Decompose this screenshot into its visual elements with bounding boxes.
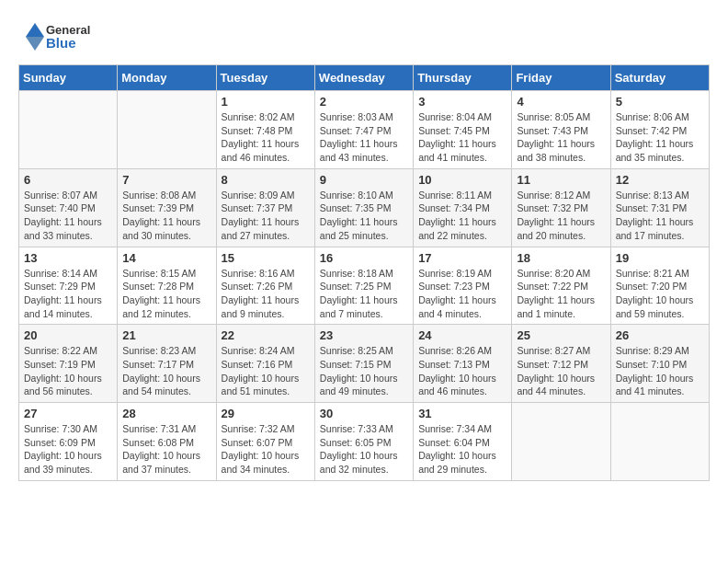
day-number: 11 bbox=[517, 173, 605, 187]
day-info: Sunrise: 8:23 AMSunset: 7:17 PMDaylight:… bbox=[122, 344, 210, 398]
day-number: 19 bbox=[616, 251, 704, 265]
day-number: 22 bbox=[222, 328, 310, 342]
calendar-cell: 4Sunrise: 8:05 AMSunset: 7:43 PMDaylight… bbox=[512, 91, 610, 169]
day-info: Sunrise: 8:25 AMSunset: 7:15 PMDaylight:… bbox=[320, 344, 408, 398]
calendar-week-2: 6Sunrise: 8:07 AMSunset: 7:40 PMDaylight… bbox=[19, 168, 710, 247]
calendar-header-row: SundayMondayTuesdayWednesdayThursdayFrid… bbox=[19, 65, 710, 91]
day-number: 8 bbox=[222, 173, 310, 187]
calendar-cell: 1Sunrise: 8:02 AMSunset: 7:48 PMDaylight… bbox=[216, 91, 314, 169]
column-header-friday: Friday bbox=[512, 65, 610, 91]
calendar-week-5: 27Sunrise: 7:30 AMSunset: 6:09 PMDayligh… bbox=[19, 403, 710, 481]
day-number: 9 bbox=[320, 173, 408, 187]
day-info: Sunrise: 8:04 AMSunset: 7:45 PMDaylight:… bbox=[418, 110, 506, 165]
column-header-thursday: Thursday bbox=[414, 65, 512, 91]
day-info: Sunrise: 8:07 AMSunset: 7:40 PMDaylight:… bbox=[24, 189, 112, 243]
logo-svg: General Blue bbox=[18, 18, 101, 55]
day-info: Sunrise: 7:34 AMSunset: 6:04 PMDaylight:… bbox=[418, 422, 506, 477]
day-info: Sunrise: 8:12 AMSunset: 7:32 PMDaylight:… bbox=[517, 189, 605, 243]
day-number: 7 bbox=[122, 173, 210, 187]
calendar-cell: 9Sunrise: 8:10 AMSunset: 7:35 PMDaylight… bbox=[314, 168, 413, 247]
calendar-cell: 23Sunrise: 8:25 AMSunset: 7:15 PMDayligh… bbox=[314, 325, 413, 403]
day-number: 13 bbox=[24, 251, 112, 265]
day-number: 21 bbox=[122, 328, 210, 342]
day-info: Sunrise: 8:21 AMSunset: 7:20 PMDaylight:… bbox=[616, 267, 704, 321]
day-info: Sunrise: 8:24 AMSunset: 7:16 PMDaylight:… bbox=[222, 344, 310, 398]
calendar-week-4: 20Sunrise: 8:22 AMSunset: 7:19 PMDayligh… bbox=[19, 325, 710, 403]
day-number: 3 bbox=[418, 95, 506, 109]
day-number: 28 bbox=[122, 407, 210, 420]
day-number: 29 bbox=[222, 407, 310, 420]
day-info: Sunrise: 8:13 AMSunset: 7:31 PMDaylight:… bbox=[616, 189, 704, 243]
column-header-wednesday: Wednesday bbox=[314, 65, 413, 91]
calendar-cell: 13Sunrise: 8:14 AMSunset: 7:29 PMDayligh… bbox=[19, 247, 118, 325]
calendar-cell: 24Sunrise: 8:26 AMSunset: 7:13 PMDayligh… bbox=[414, 325, 512, 403]
day-number: 17 bbox=[418, 251, 506, 265]
calendar-cell: 12Sunrise: 8:13 AMSunset: 7:31 PMDayligh… bbox=[610, 168, 709, 247]
day-info: Sunrise: 8:16 AMSunset: 7:26 PMDaylight:… bbox=[222, 267, 310, 321]
calendar-cell: 25Sunrise: 8:27 AMSunset: 7:12 PMDayligh… bbox=[512, 325, 610, 403]
day-number: 31 bbox=[418, 407, 506, 420]
day-number: 2 bbox=[320, 95, 408, 109]
calendar-cell: 15Sunrise: 8:16 AMSunset: 7:26 PMDayligh… bbox=[216, 247, 314, 325]
column-header-sunday: Sunday bbox=[19, 65, 118, 91]
day-info: Sunrise: 7:31 AMSunset: 6:08 PMDaylight:… bbox=[122, 422, 210, 477]
day-number: 25 bbox=[517, 328, 605, 342]
day-number: 12 bbox=[616, 173, 704, 187]
calendar-cell: 28Sunrise: 7:31 AMSunset: 6:08 PMDayligh… bbox=[118, 403, 216, 481]
day-info: Sunrise: 8:29 AMSunset: 7:10 PMDaylight:… bbox=[616, 344, 704, 398]
svg-marker-2 bbox=[26, 23, 44, 37]
day-info: Sunrise: 8:20 AMSunset: 7:22 PMDaylight:… bbox=[517, 267, 605, 321]
day-info: Sunrise: 8:05 AMSunset: 7:43 PMDaylight:… bbox=[517, 110, 605, 165]
calendar-cell bbox=[512, 403, 610, 481]
day-info: Sunrise: 8:11 AMSunset: 7:34 PMDaylight:… bbox=[418, 189, 506, 243]
day-info: Sunrise: 8:15 AMSunset: 7:28 PMDaylight:… bbox=[122, 267, 210, 321]
svg-text:Blue: Blue bbox=[46, 35, 76, 51]
day-info: Sunrise: 8:10 AMSunset: 7:35 PMDaylight:… bbox=[320, 189, 408, 243]
calendar-cell: 27Sunrise: 7:30 AMSunset: 6:09 PMDayligh… bbox=[19, 403, 118, 481]
calendar-cell: 17Sunrise: 8:19 AMSunset: 7:23 PMDayligh… bbox=[414, 247, 512, 325]
calendar-week-1: 1Sunrise: 8:02 AMSunset: 7:48 PMDaylight… bbox=[19, 91, 710, 169]
calendar-cell: 6Sunrise: 8:07 AMSunset: 7:40 PMDaylight… bbox=[19, 168, 118, 247]
calendar-cell: 11Sunrise: 8:12 AMSunset: 7:32 PMDayligh… bbox=[512, 168, 610, 247]
day-number: 20 bbox=[24, 328, 112, 342]
calendar-cell: 8Sunrise: 8:09 AMSunset: 7:37 PMDaylight… bbox=[216, 168, 314, 247]
svg-marker-3 bbox=[26, 37, 44, 51]
calendar-cell: 3Sunrise: 8:04 AMSunset: 7:45 PMDaylight… bbox=[414, 91, 512, 169]
day-number: 5 bbox=[616, 95, 704, 109]
day-info: Sunrise: 8:27 AMSunset: 7:12 PMDaylight:… bbox=[517, 344, 605, 398]
day-info: Sunrise: 8:09 AMSunset: 7:37 PMDaylight:… bbox=[222, 189, 310, 243]
calendar-cell: 21Sunrise: 8:23 AMSunset: 7:17 PMDayligh… bbox=[118, 325, 216, 403]
calendar-cell: 19Sunrise: 8:21 AMSunset: 7:20 PMDayligh… bbox=[610, 247, 709, 325]
day-number: 23 bbox=[320, 328, 408, 342]
calendar-cell: 14Sunrise: 8:15 AMSunset: 7:28 PMDayligh… bbox=[118, 247, 216, 325]
calendar-table: SundayMondayTuesdayWednesdayThursdayFrid… bbox=[18, 64, 710, 481]
calendar-cell: 31Sunrise: 7:34 AMSunset: 6:04 PMDayligh… bbox=[414, 403, 512, 481]
day-number: 14 bbox=[122, 251, 210, 265]
day-info: Sunrise: 8:19 AMSunset: 7:23 PMDaylight:… bbox=[418, 267, 506, 321]
day-number: 16 bbox=[320, 251, 408, 265]
day-info: Sunrise: 8:08 AMSunset: 7:39 PMDaylight:… bbox=[122, 189, 210, 243]
day-number: 1 bbox=[222, 95, 310, 109]
day-info: Sunrise: 8:26 AMSunset: 7:13 PMDaylight:… bbox=[418, 344, 506, 398]
day-info: Sunrise: 8:22 AMSunset: 7:19 PMDaylight:… bbox=[24, 344, 112, 398]
calendar-cell: 22Sunrise: 8:24 AMSunset: 7:16 PMDayligh… bbox=[216, 325, 314, 403]
calendar-cell: 20Sunrise: 8:22 AMSunset: 7:19 PMDayligh… bbox=[19, 325, 118, 403]
calendar-cell: 2Sunrise: 8:03 AMSunset: 7:47 PMDaylight… bbox=[314, 91, 413, 169]
day-number: 10 bbox=[418, 173, 506, 187]
day-info: Sunrise: 8:14 AMSunset: 7:29 PMDaylight:… bbox=[24, 267, 112, 321]
day-info: Sunrise: 8:02 AMSunset: 7:48 PMDaylight:… bbox=[222, 110, 310, 165]
calendar-cell bbox=[19, 91, 118, 169]
day-number: 30 bbox=[320, 407, 408, 420]
calendar-week-3: 13Sunrise: 8:14 AMSunset: 7:29 PMDayligh… bbox=[19, 247, 710, 325]
calendar-cell: 29Sunrise: 7:32 AMSunset: 6:07 PMDayligh… bbox=[216, 403, 314, 481]
calendar-cell: 30Sunrise: 7:33 AMSunset: 6:05 PMDayligh… bbox=[314, 403, 413, 481]
day-info: Sunrise: 7:30 AMSunset: 6:09 PMDaylight:… bbox=[24, 422, 112, 477]
calendar-cell: 7Sunrise: 8:08 AMSunset: 7:39 PMDaylight… bbox=[118, 168, 216, 247]
day-info: Sunrise: 8:06 AMSunset: 7:42 PMDaylight:… bbox=[616, 110, 704, 165]
calendar-cell: 18Sunrise: 8:20 AMSunset: 7:22 PMDayligh… bbox=[512, 247, 610, 325]
day-number: 18 bbox=[517, 251, 605, 265]
column-header-saturday: Saturday bbox=[610, 65, 709, 91]
day-number: 4 bbox=[517, 95, 605, 109]
day-number: 24 bbox=[418, 328, 506, 342]
calendar-cell: 10Sunrise: 8:11 AMSunset: 7:34 PMDayligh… bbox=[414, 168, 512, 247]
